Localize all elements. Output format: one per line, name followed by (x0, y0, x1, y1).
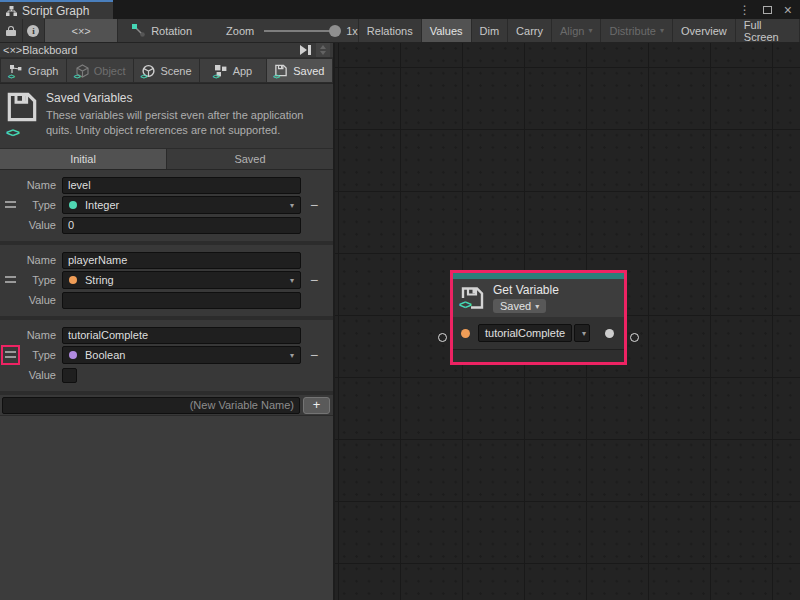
floppy-icon: <> (6, 91, 38, 138)
variable-row: Name Type Integer ▾ − Value (0, 170, 333, 245)
chevron-down-icon: ▾ (582, 329, 586, 338)
type-dropdown[interactable]: Boolean ▾ (62, 346, 301, 364)
info-title: Saved Variables (46, 91, 325, 105)
type-dropdown[interactable]: String ▾ (62, 271, 301, 289)
tab-saved-values[interactable]: Saved (167, 149, 333, 169)
variable-value-input[interactable] (62, 217, 301, 234)
info-icon: i (27, 25, 39, 37)
get-variable-node[interactable]: <> Get Variable Saved ▾ tutorialComplete… (450, 270, 627, 365)
zoom-value: 1x (346, 25, 358, 37)
blackboard-panel: <×>Blackboard <> (0, 43, 335, 600)
zoom-slider-track (264, 30, 336, 32)
variable-scope-tabs: <> Graph <> Object <> Scene (0, 58, 333, 84)
chevron-down-icon: ▾ (660, 26, 664, 35)
tab-script-graph[interactable]: Script Graph (0, 0, 113, 19)
variable-name-input[interactable] (62, 177, 301, 194)
type-color-dot (69, 276, 77, 284)
window-titlebar: Script Graph ⋮ × (0, 0, 800, 19)
chevron-down-icon: ▾ (290, 351, 294, 360)
carry-button[interactable]: Carry (508, 19, 552, 42)
new-variable-row: + (0, 395, 333, 416)
blackboard-title: Blackboard (22, 44, 77, 56)
drag-handle[interactable] (5, 351, 16, 361)
values-button[interactable]: Values (422, 19, 472, 42)
tab-graph[interactable]: <> Graph (1, 59, 66, 82)
script-graph-icon (6, 6, 17, 16)
window-menu-icon[interactable]: ⋮ (739, 3, 751, 17)
relations-button[interactable]: Relations (358, 19, 422, 42)
graph-canvas[interactable]: <> Get Variable Saved ▾ tutorialComplete… (335, 43, 800, 600)
variable-name-input[interactable] (62, 252, 301, 269)
input-port[interactable] (461, 329, 470, 338)
scroll-up-icon[interactable] (320, 45, 326, 49)
lock-button[interactable] (0, 19, 23, 42)
drag-handle[interactable] (5, 201, 16, 211)
remove-variable-button[interactable]: − (301, 272, 327, 288)
chevron-down-icon: ▾ (290, 276, 294, 285)
node-footer (453, 349, 624, 362)
scroll-spinner[interactable] (316, 43, 330, 57)
variable-row: Name Type Boolean ▾ − Value (0, 320, 333, 395)
zoom-slider-handle[interactable] (329, 25, 341, 37)
variable-dropdown-button[interactable]: ▾ (574, 324, 590, 342)
app-grid-icon: <> (214, 64, 229, 78)
value-mode-tabs: Initial Saved (0, 149, 333, 170)
type-color-dot (69, 351, 77, 359)
tab-initial[interactable]: Initial (0, 149, 166, 169)
window-controls: ⋮ × (739, 0, 792, 19)
fullscreen-button[interactable]: Full Screen (736, 19, 800, 42)
node-body: tutorialComplete ▾ (453, 317, 624, 349)
chevron-down-icon: ▾ (290, 201, 294, 210)
variables-icon: <×> (72, 25, 91, 37)
zoom-label: Zoom (226, 25, 254, 37)
toolbar-right-group: Relations Values Dim Carry Align▾ Distri… (358, 19, 800, 42)
remove-variable-button[interactable]: − (301, 197, 327, 213)
info-button[interactable]: i (23, 19, 46, 42)
type-dropdown[interactable]: Integer ▾ (62, 196, 301, 214)
scroll-down-icon[interactable] (320, 51, 326, 55)
dock-panel-icon[interactable] (299, 45, 312, 55)
variable-row: Name Type String ▾ − Value (0, 245, 333, 320)
tab-title: Script Graph (22, 4, 89, 18)
cube-icon: <> (75, 64, 90, 78)
left-connection-port[interactable] (438, 333, 447, 342)
variables-toggle-button[interactable]: <×> (45, 19, 118, 42)
chevron-down-icon: ▾ (588, 26, 592, 35)
saved-variables-info: <> Saved Variables These variables will … (0, 84, 333, 149)
floppy-icon: <> (274, 64, 289, 78)
rotation-control[interactable]: Rotation (132, 19, 192, 42)
tab-app[interactable]: <> App (200, 59, 265, 82)
right-connection-port[interactable] (630, 333, 639, 342)
zoom-slider[interactable] (264, 19, 336, 42)
lock-icon (6, 26, 16, 36)
variable-value-checkbox[interactable] (62, 368, 77, 383)
value-label: Value (0, 369, 62, 381)
dim-button[interactable]: Dim (472, 19, 509, 42)
drag-handle[interactable] (5, 276, 16, 286)
scope-dropdown[interactable]: Saved ▾ (493, 299, 546, 313)
blackboard-header: <×>Blackboard (0, 43, 333, 58)
tab-saved[interactable]: <> Saved (267, 59, 332, 82)
tab-scene[interactable]: <> Scene (134, 59, 199, 82)
graph-toolbar: i <×> Rotation Zoom 1x Relations Values … (0, 19, 800, 43)
overview-button[interactable]: Overview (673, 19, 736, 42)
variable-value-input[interactable] (62, 292, 301, 309)
variable-name-input[interactable] (62, 327, 301, 344)
new-variable-input[interactable] (2, 397, 300, 414)
value-label: Value (0, 219, 62, 231)
output-port[interactable] (605, 329, 614, 338)
name-label: Name (0, 329, 62, 341)
distribute-dropdown: Distribute▾ (601, 19, 672, 42)
graph-icon: <> (9, 64, 24, 78)
value-label: Value (0, 294, 62, 306)
close-icon[interactable]: × (784, 5, 792, 15)
scene-icon: <> (141, 64, 156, 78)
tab-object: <> Object (67, 59, 132, 82)
remove-variable-button[interactable]: − (301, 347, 327, 363)
node-title: Get Variable (493, 283, 559, 297)
name-label: Name (0, 254, 62, 266)
maximize-icon[interactable] (763, 6, 772, 14)
add-variable-button[interactable]: + (303, 397, 330, 414)
rotation-label: Rotation (151, 25, 192, 37)
variable-name-field[interactable]: tutorialComplete (478, 324, 572, 342)
